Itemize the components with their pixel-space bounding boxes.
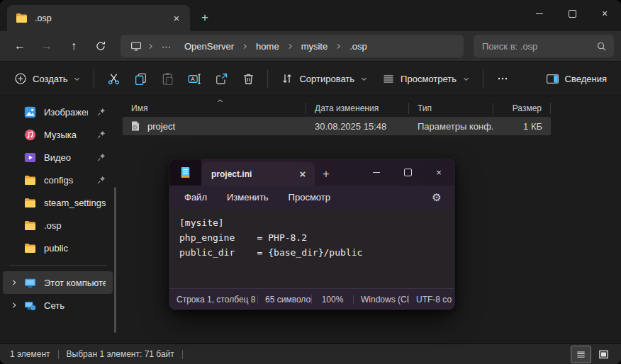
- sidebar-item-label: Видео: [44, 152, 88, 163]
- sort-button[interactable]: Сортировать: [274, 66, 375, 91]
- file-modified-cell: 30.08.2025 15:48: [306, 121, 409, 132]
- toolbar-separator: [483, 69, 483, 88]
- search-box[interactable]: [474, 35, 614, 57]
- plus-circle-icon: [14, 72, 27, 85]
- sidebar-item-osp[interactable]: .osp: [3, 214, 113, 237]
- maximize-button[interactable]: [392, 159, 423, 186]
- char-count: 65 символов: [258, 295, 311, 305]
- explorer-statusbar: 1 элемент Выбран 1 элемент: 71 байт: [0, 343, 621, 364]
- details-pane-button[interactable]: Сведения: [539, 66, 614, 91]
- notepad-tab-project-ini[interactable]: project.ini ×: [201, 162, 315, 186]
- cut-button[interactable]: [100, 66, 127, 91]
- breadcrumb-item-openserver[interactable]: OpenServer: [178, 39, 240, 54]
- notepad-editor[interactable]: [mysite] php_engine = PHP-8.2 public_dir…: [169, 209, 454, 288]
- back-button[interactable]: ←: [7, 35, 33, 57]
- sidebar-item-music[interactable]: Музыка: [3, 123, 113, 146]
- breadcrumb-item-osp[interactable]: .osp: [343, 39, 374, 54]
- close-button[interactable]: ×: [588, 0, 621, 27]
- pin-icon: [97, 176, 106, 184]
- explorer-window-controls: ×: [523, 0, 621, 27]
- item-count: 1 элемент: [10, 349, 50, 359]
- minimize-button[interactable]: [523, 0, 556, 27]
- column-header-name[interactable]: Имя: [123, 103, 306, 114]
- sidebar: Изображени Музыка Видео configs: [0, 96, 117, 343]
- notepad-new-tab-button[interactable]: +: [315, 162, 337, 186]
- details-pane-icon: [546, 72, 559, 86]
- sidebar-item-label: public: [44, 243, 106, 254]
- column-header-type[interactable]: Тип: [409, 103, 493, 114]
- chevron-right-icon[interactable]: [10, 301, 18, 309]
- maximize-icon: [569, 10, 576, 18]
- explorer-titlebar: .osp × + ×: [0, 0, 621, 31]
- breadcrumb-overflow[interactable]: ···: [155, 39, 177, 54]
- notepad-tab-label: project.ini: [211, 169, 252, 179]
- sidebar-item-pictures[interactable]: Изображени: [3, 101, 113, 123]
- chevron-right-icon[interactable]: [10, 278, 18, 287]
- zoom-level[interactable]: 100%: [312, 295, 353, 305]
- breadcrumb-item-mysite[interactable]: mysite: [295, 39, 335, 54]
- new-tab-button[interactable]: +: [194, 7, 216, 28]
- minimize-button[interactable]: [361, 159, 392, 186]
- refresh-button[interactable]: [88, 35, 113, 57]
- share-button[interactable]: [208, 66, 235, 91]
- config-file-icon: [130, 120, 141, 132]
- minimize-icon: [536, 13, 543, 14]
- scissors-icon: [107, 72, 121, 86]
- sidebar-item-public[interactable]: public: [3, 237, 113, 259]
- explorer-toolbar: Создать Сортировать Просмотреть: [0, 61, 621, 96]
- encoding[interactable]: UTF-8 со спецификацией: [409, 295, 454, 305]
- column-headers: Имя Дата изменения Тип Размер: [123, 99, 621, 117]
- explorer-tab-osp[interactable]: .osp ×: [7, 5, 190, 31]
- sidebar-item-configs[interactable]: configs: [3, 169, 113, 191]
- notepad-window: project.ini × + × Файл Изменить Просмотр…: [169, 159, 454, 309]
- search-input[interactable]: [481, 40, 596, 52]
- forward-button[interactable]: →: [34, 35, 60, 57]
- breadcrumb-item-home[interactable]: home: [250, 39, 286, 54]
- details-view-button[interactable]: [571, 346, 591, 363]
- line-ending[interactable]: Windows (CRLF): [354, 295, 408, 305]
- notepad-text: [mysite] php_engine = PHP-8.2 public_dir…: [179, 215, 444, 260]
- delete-button[interactable]: [235, 66, 262, 91]
- sidebar-item-video[interactable]: Видео: [3, 146, 113, 169]
- menu-view[interactable]: Просмотр: [279, 188, 340, 206]
- explorer-navbar: ← → ↑ ··· OpenServer home mysite .osp: [0, 31, 621, 61]
- menu-edit[interactable]: Изменить: [218, 188, 278, 206]
- sidebar-item-network[interactable]: Сеть: [3, 294, 113, 317]
- chevron-right-icon: [286, 42, 294, 50]
- close-button[interactable]: ×: [423, 159, 454, 186]
- tab-close-icon[interactable]: ×: [169, 11, 184, 26]
- column-header-modified[interactable]: Дата изменения: [306, 103, 409, 114]
- column-header-size[interactable]: Размер: [493, 103, 551, 114]
- settings-gear-icon[interactable]: ⚙: [425, 191, 449, 204]
- notepad-titlebar: project.ini × + ×: [169, 159, 454, 186]
- pin-icon: [97, 153, 106, 161]
- up-button[interactable]: ↑: [61, 35, 86, 57]
- folder-icon: [16, 12, 28, 24]
- this-pc-icon: [24, 277, 36, 289]
- file-row-project[interactable]: project 30.08.2025 15:48 Параметры конф.…: [123, 117, 551, 135]
- explorer-tab-label: .osp: [35, 13, 52, 23]
- sidebar-item-steam-settings[interactable]: steam_settings: [3, 191, 113, 214]
- search-icon: [596, 41, 607, 52]
- large-icons-view-button[interactable]: [593, 346, 614, 363]
- status-separator: [58, 350, 59, 359]
- music-icon: [24, 129, 36, 141]
- this-pc-icon[interactable]: [126, 40, 146, 52]
- cursor-position: Строка 1, столбец 8: [169, 295, 257, 305]
- more-options-button[interactable]: [489, 66, 516, 91]
- maximize-button[interactable]: [556, 0, 588, 27]
- view-button[interactable]: Просмотреть: [375, 66, 477, 91]
- sidebar-scrollbar[interactable]: [114, 187, 116, 333]
- rename-button[interactable]: [181, 66, 208, 91]
- chevron-right-icon: [335, 42, 342, 50]
- file-name-cell: project: [123, 120, 306, 132]
- sidebar-item-this-pc[interactable]: Этот компьюте: [3, 271, 113, 294]
- paste-button[interactable]: [154, 66, 181, 91]
- menu-file[interactable]: Файл: [175, 188, 216, 206]
- copy-button[interactable]: [127, 66, 154, 91]
- sort-ascending-icon: [216, 97, 224, 105]
- video-icon: [24, 152, 36, 164]
- create-button[interactable]: Создать: [7, 66, 88, 91]
- notepad-menubar: Файл Изменить Просмотр ⚙: [169, 186, 454, 209]
- tab-close-icon[interactable]: ×: [295, 166, 310, 182]
